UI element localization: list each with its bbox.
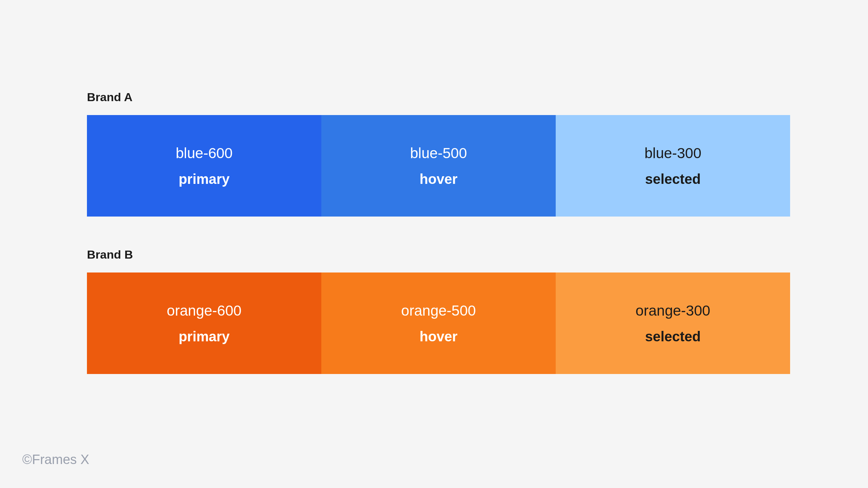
swatch-blue-500: blue-500 hover xyxy=(321,115,556,217)
brand-b-swatch-row: orange-600 primary orange-500 hover oran… xyxy=(87,273,790,374)
swatch-name: orange-600 xyxy=(167,302,242,319)
swatch-orange-300: orange-300 selected xyxy=(556,273,790,374)
swatch-orange-500: orange-500 hover xyxy=(321,273,556,374)
brand-a-swatch-row: blue-600 primary blue-500 hover blue-300… xyxy=(87,115,790,217)
brand-b-title: Brand B xyxy=(87,248,790,261)
footer-credit: ©Frames X xyxy=(22,452,89,467)
swatch-name: blue-300 xyxy=(644,145,701,162)
swatch-name: orange-500 xyxy=(401,302,476,319)
swatch-role: selected xyxy=(645,329,701,344)
swatch-role: primary xyxy=(179,329,230,344)
brand-a-section: Brand A blue-600 primary blue-500 hover … xyxy=(87,90,790,217)
swatch-blue-300: blue-300 selected xyxy=(556,115,790,217)
swatch-orange-600: orange-600 primary xyxy=(87,273,321,374)
swatch-name: orange-300 xyxy=(636,302,710,319)
brand-a-title: Brand A xyxy=(87,90,790,104)
brand-b-section: Brand B orange-600 primary orange-500 ho… xyxy=(87,248,790,374)
swatch-blue-600: blue-600 primary xyxy=(87,115,321,217)
swatch-role: hover xyxy=(420,329,458,344)
palette-container: Brand A blue-600 primary blue-500 hover … xyxy=(87,90,790,405)
swatch-role: primary xyxy=(179,171,230,187)
swatch-name: blue-500 xyxy=(410,145,467,162)
swatch-name: blue-600 xyxy=(176,145,232,162)
swatch-role: selected xyxy=(645,171,701,187)
swatch-role: hover xyxy=(420,171,458,187)
